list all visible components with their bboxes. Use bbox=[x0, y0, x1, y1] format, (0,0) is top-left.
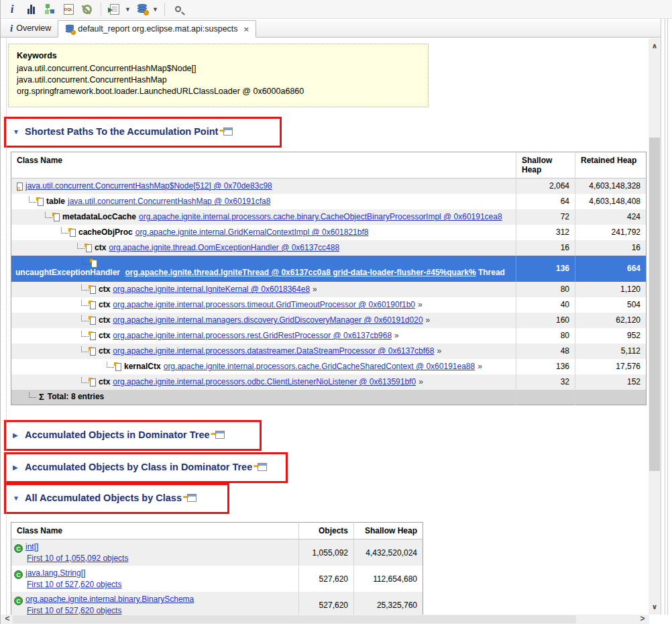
annotation-box: ▼ Shortest Paths To the Accumulation Poi… bbox=[4, 117, 282, 148]
vertical-scrollbar[interactable]: ∧ ∨ bbox=[649, 38, 661, 615]
column-header-shallow-heap[interactable]: Shallow Heap bbox=[516, 152, 575, 178]
tree-node: ctxorg.apache.ignite.internal.processors… bbox=[14, 377, 510, 387]
table-row[interactable]: ctxorg.apache.ignite.internal.managers.d… bbox=[11, 313, 647, 328]
first-objects-link[interactable]: First 10 of 1,055,092 objects bbox=[27, 554, 128, 563]
tab-overview[interactable]: i Overview bbox=[3, 19, 58, 37]
object-link[interactable]: org.apache.ignite.internal.managers.disc… bbox=[113, 315, 423, 325]
table-row[interactable]: kernalCtxorg.apache.ignite.internal.proc… bbox=[11, 359, 647, 374]
open-report-window-icon[interactable] bbox=[223, 127, 233, 136]
column-header-class-name[interactable]: Class Name bbox=[11, 152, 516, 178]
tree-node: ctxorg.apache.ignite.internal.processors… bbox=[14, 300, 510, 310]
info-icon[interactable]: i bbox=[5, 2, 19, 17]
scrollbar-thumb[interactable] bbox=[649, 138, 660, 471]
object-link[interactable]: org.apache.ignite.internal.processors.re… bbox=[113, 331, 392, 341]
class-link[interactable]: org.apache.ignite.internal.binary.Binary… bbox=[25, 594, 194, 604]
retained-heap-cell: 62,120 bbox=[575, 313, 647, 328]
object-link[interactable]: org.apache.ignite.thread.IgniteThread @ … bbox=[125, 268, 475, 277]
objects-cell: 1,055,092 bbox=[299, 539, 354, 566]
horizontal-scrollbar[interactable]: < > bbox=[1, 615, 649, 624]
chevron-down-icon[interactable]: ▼ bbox=[13, 128, 19, 136]
tree-node: ctxorg.apache.ignite.internal.IgniteKern… bbox=[14, 284, 510, 295]
field-name: ctx bbox=[95, 243, 106, 253]
field-name: ctx bbox=[99, 331, 110, 341]
shallow-heap-cell: 312 bbox=[516, 225, 575, 240]
tree-connector-icon bbox=[77, 243, 85, 249]
table-row[interactable]: ctxorg.apache.ignite.internal.processors… bbox=[11, 344, 647, 359]
open-report-window-icon[interactable] bbox=[258, 463, 267, 471]
outbound-refs-icon: » bbox=[478, 362, 482, 372]
table-row[interactable]: ctxorg.apache.ignite.thread.OomException… bbox=[11, 240, 647, 256]
table-row[interactable]: Corg.apache.ignite.internal.binary.Binar… bbox=[11, 592, 423, 615]
table-row[interactable]: tablejava.util.concurrent.ConcurrentHash… bbox=[11, 194, 647, 209]
histogram-icon[interactable] bbox=[23, 2, 38, 17]
column-header-objects[interactable]: Objects bbox=[299, 523, 354, 539]
table-row[interactable]: Cjava.lang.String[]First 10 of 527,620 o… bbox=[11, 566, 423, 592]
search-icon[interactable] bbox=[171, 2, 186, 17]
class-name-cell: Cjava.lang.String[]First 10 of 527,620 o… bbox=[11, 566, 299, 592]
table-row[interactable]: ctxorg.apache.ignite.internal.processors… bbox=[11, 297, 647, 313]
object-link[interactable]: org.apache.ignite.internal.GridKernalCon… bbox=[135, 227, 369, 238]
chevron-right-icon[interactable]: ▶ bbox=[13, 464, 19, 471]
first-objects-link[interactable]: First 10 of 527,620 objects bbox=[27, 580, 121, 589]
class-name-cell: tablejava.util.concurrent.ConcurrentHash… bbox=[11, 194, 516, 209]
scroll-right-icon[interactable]: > bbox=[637, 615, 648, 624]
customize-icon[interactable] bbox=[80, 2, 95, 17]
class-link[interactable]: java.lang.String[] bbox=[25, 568, 85, 578]
run-expert-icon[interactable] bbox=[107, 2, 122, 17]
object-link[interactable]: org.apache.ignite.internal.processors.od… bbox=[113, 377, 416, 387]
scrollbar-thumb[interactable] bbox=[13, 615, 576, 623]
object-link[interactable]: org.apache.ignite.internal.processors.da… bbox=[113, 346, 434, 356]
object-link[interactable]: org.apache.ignite.internal.IgniteKernal … bbox=[113, 284, 310, 295]
oql-icon[interactable]: OQL bbox=[61, 2, 76, 17]
column-header-class-name[interactable]: Class Name bbox=[11, 523, 299, 539]
object-link[interactable]: org.apache.ignite.internal.processors.ca… bbox=[139, 212, 502, 222]
chevron-down-icon[interactable]: ▼ bbox=[13, 495, 19, 502]
close-icon[interactable]: × bbox=[244, 24, 249, 34]
section-heading: All Accumulated Objects by Class bbox=[25, 492, 182, 503]
class-icon: C bbox=[14, 596, 23, 605]
tree-node: cacheObjProcorg.apache.ignite.internal.G… bbox=[14, 227, 510, 238]
dropdown-arrow-icon[interactable]: ▼ bbox=[152, 6, 158, 13]
object-link[interactable]: org.apache.ignite.internal.processors.ti… bbox=[113, 300, 415, 310]
column-header-shallow-heap[interactable]: Shallow Heap bbox=[354, 523, 423, 539]
tree-connector-icon bbox=[82, 258, 90, 264]
tree-connector-icon bbox=[61, 227, 68, 233]
scroll-down-icon[interactable]: ∨ bbox=[649, 601, 661, 613]
object-link[interactable]: org.apache.ignite.thread.OomExceptionHan… bbox=[109, 243, 339, 253]
class-name-cell: cacheObjProcorg.apache.ignite.internal.G… bbox=[11, 225, 516, 240]
table-row[interactable]: uncaughtExceptionHandler org.apache.igni… bbox=[11, 256, 647, 282]
column-header-retained-heap[interactable]: Retained Heap bbox=[575, 152, 647, 178]
object-link[interactable]: java.util.concurrent.ConcurrentHashMap @… bbox=[68, 197, 270, 207]
table-row[interactable]: ctxorg.apache.ignite.internal.processors… bbox=[11, 374, 647, 390]
table-row[interactable]: ctxorg.apache.ignite.internal.processors… bbox=[11, 328, 647, 344]
dominator-tree-icon[interactable] bbox=[42, 2, 57, 17]
shallow-heap-cell: 25,325,760 bbox=[354, 592, 423, 615]
tab-suspects-report[interactable]: default_report org.eclipse.mat.api:suspe… bbox=[58, 20, 256, 38]
chevron-right-icon[interactable]: ▶ bbox=[13, 431, 19, 439]
class-name-cell: ctxorg.apache.ignite.internal.processors… bbox=[11, 328, 516, 344]
table-row[interactable]: java.util.concurrent.ConcurrentHashMap$N… bbox=[11, 178, 647, 195]
table-row[interactable]: ctxorg.apache.ignite.internal.IgniteKern… bbox=[11, 282, 647, 297]
table-row[interactable]: cacheObjProcorg.apache.ignite.internal.G… bbox=[11, 225, 647, 240]
tab-label: default_report org.eclipse.mat.api:suspe… bbox=[78, 24, 237, 34]
class-icon: C bbox=[14, 544, 23, 553]
section-heading: Accumulated Objects by Class in Dominato… bbox=[25, 462, 252, 472]
dropdown-arrow-icon[interactable]: ▼ bbox=[125, 6, 131, 13]
keywords-box: Keywords java.util.concurrent.Concurrent… bbox=[8, 44, 429, 107]
heap-dump-icon[interactable] bbox=[135, 2, 150, 17]
tree-connector-icon bbox=[81, 315, 89, 321]
table-row[interactable]: metadataLocCacheorg.apache.ignite.intern… bbox=[11, 209, 647, 225]
open-report-window-icon[interactable] bbox=[215, 431, 225, 439]
info-icon: i bbox=[10, 23, 13, 34]
table-row[interactable]: Cint[]First 10 of 1,055,092 objects1,055… bbox=[11, 539, 423, 566]
scroll-left-icon[interactable]: < bbox=[2, 615, 13, 624]
shallow-heap-cell: 4,432,520,024 bbox=[354, 539, 423, 566]
table-header-row: Class Name Objects Shallow Heap bbox=[11, 523, 423, 539]
object-link[interactable]: org.apache.ignite.internal.processors.ca… bbox=[164, 362, 475, 372]
scroll-up-icon[interactable]: ∧ bbox=[649, 40, 661, 52]
object-link[interactable]: java.util.concurrent.ConcurrentHashMap$N… bbox=[25, 181, 272, 191]
first-objects-link[interactable]: First 10 of 527,620 objects bbox=[27, 606, 121, 615]
object-icon bbox=[70, 229, 76, 237]
class-link[interactable]: int[] bbox=[25, 542, 38, 552]
open-report-window-icon[interactable] bbox=[187, 494, 197, 502]
